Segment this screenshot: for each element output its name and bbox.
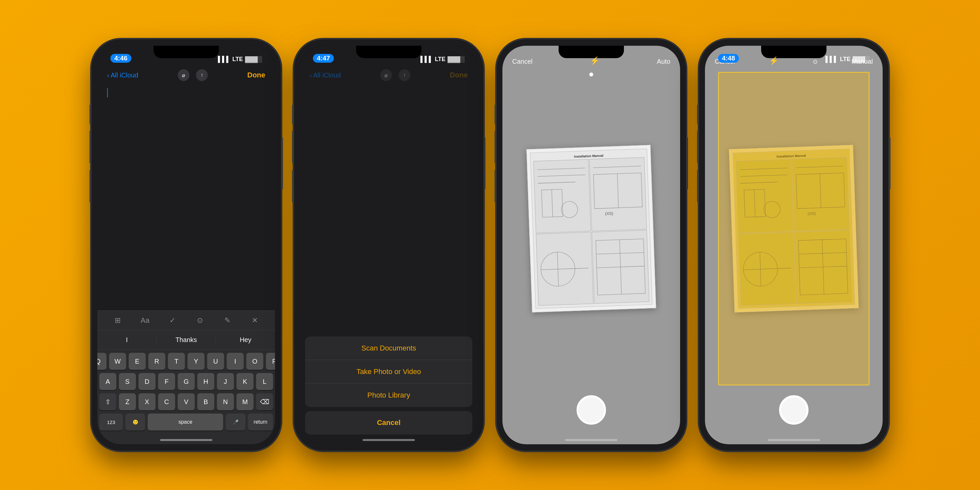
home-indicator-2 — [363, 439, 415, 441]
key-m[interactable]: M — [237, 393, 253, 410]
share-icon-2: ↑ — [399, 69, 410, 81]
pred-word-1[interactable]: I — [97, 336, 157, 344]
svg-line-8 — [617, 174, 619, 208]
svg-line-6 — [593, 166, 641, 167]
action-sheet: Scan Documents Take Photo or Video Photo… — [305, 336, 473, 434]
key-row-2: A S D F G H J K L — [99, 373, 273, 390]
numbers-key[interactable]: 123 — [99, 414, 123, 431]
key-o[interactable]: O — [246, 353, 263, 370]
scanned-doc-3: Installation Manual — [526, 145, 656, 313]
key-x[interactable]: X — [138, 393, 156, 410]
camera-toolbar-icon[interactable]: ⊙ — [193, 314, 207, 327]
key-s[interactable]: S — [119, 373, 136, 390]
key-y[interactable]: Y — [188, 353, 205, 370]
close-toolbar-icon[interactable]: ✕ — [248, 314, 261, 327]
time-4: 4:48 — [718, 54, 739, 63]
signal-icon-4: ▌▌▌ — [826, 56, 838, 63]
delete-key[interactable]: ⌫ — [256, 393, 273, 410]
key-r[interactable]: R — [148, 353, 165, 370]
camera-viewfinder-4: 4:48 ▌▌▌ LTE ▓▓▓░ Cancel ⚡ ⊙ Manual — [705, 46, 883, 444]
network-label-2: LTE — [435, 56, 445, 63]
action-group-main: Scan Documents Take Photo or Video Photo… — [305, 336, 473, 407]
key-d[interactable]: D — [138, 373, 156, 390]
shift-key[interactable]: ⇧ — [99, 393, 116, 410]
key-b[interactable]: B — [197, 393, 214, 410]
phones-container: 4:46 ▌▌▌ LTE ▓▓▓░ ‹ All iCloud ⌀ ↑ — [91, 39, 889, 451]
key-n[interactable]: N — [217, 393, 234, 410]
screen-3: Cancel ⚡ Auto Installation Manual — [503, 46, 680, 444]
iphone-1: 4:46 ▌▌▌ LTE ▓▓▓░ ‹ All iCloud ⌀ ↑ — [91, 39, 281, 451]
key-g[interactable]: G — [178, 373, 195, 390]
key-h[interactable]: H — [197, 373, 214, 390]
key-row-4: 123 🙂 space 🎤 return — [99, 414, 273, 431]
svg-line-11 — [541, 268, 589, 269]
key-v[interactable]: V — [178, 393, 195, 410]
emoji-key[interactable]: 🙂 — [126, 414, 145, 431]
battery-icon-4: ▓▓▓░ — [853, 56, 870, 63]
back-button-1[interactable]: ‹ All iCloud — [107, 72, 138, 79]
scan-documents-button[interactable]: Scan Documents — [305, 336, 473, 360]
key-row-3: ⇧ Z X C V B N M ⌫ — [99, 393, 273, 410]
key-u[interactable]: U — [207, 353, 224, 370]
format-icon[interactable]: Aa — [138, 314, 151, 327]
pred-word-3[interactable]: Hey — [216, 336, 275, 344]
status-bar-1: 4:46 ▌▌▌ LTE ▓▓▓░ — [97, 46, 275, 65]
return-key[interactable]: return — [248, 414, 273, 431]
key-k[interactable]: K — [237, 373, 253, 390]
cancel-button[interactable]: Cancel — [305, 411, 473, 434]
key-p[interactable]: P — [266, 353, 275, 370]
screen-2: 4:47 ▌▌▌ LTE ▓▓▓░ ‹ All iCloud ⌀ ↑ — [300, 46, 477, 444]
svg-line-0 — [538, 168, 585, 170]
camera-cancel-button-3[interactable]: Cancel — [512, 58, 533, 65]
chevron-left-icon-2: ‹ — [310, 72, 312, 79]
camera-manual-content: 4:48 ▌▌▌ LTE ▓▓▓░ Cancel ⚡ ⊙ Manual — [705, 46, 883, 444]
key-t[interactable]: T — [168, 353, 185, 370]
space-key[interactable]: space — [148, 414, 223, 431]
key-e[interactable]: E — [129, 353, 146, 370]
key-l[interactable]: L — [256, 373, 273, 390]
action-sheet-content: 4:47 ▌▌▌ LTE ▓▓▓░ ‹ All iCloud ⌀ ↑ — [300, 46, 477, 444]
nav-icons-1: ⌀ ↑ — [178, 69, 208, 81]
key-c[interactable]: C — [158, 393, 175, 410]
key-i[interactable]: I — [227, 353, 244, 370]
status-icons-4: ▌▌▌ LTE ▓▓▓░ — [826, 56, 870, 63]
signal-icon: ▌▌▌ — [218, 56, 230, 63]
key-w[interactable]: W — [109, 353, 126, 370]
key-q[interactable]: Q — [97, 353, 107, 370]
done-button-1[interactable]: Done — [247, 71, 265, 80]
formatting-toolbar: ⊞ Aa ✓ ⊙ ✎ ✕ — [97, 310, 275, 330]
mic-key[interactable]: 🎤 — [226, 414, 245, 431]
shutter-button-3[interactable] — [577, 395, 606, 425]
table-icon[interactable]: ⊞ — [111, 314, 124, 327]
key-f[interactable]: F — [158, 373, 175, 390]
take-photo-button[interactable]: Take Photo or Video — [305, 360, 473, 383]
key-z[interactable]: Z — [119, 393, 136, 410]
camera-viewfinder-3: Cancel ⚡ Auto Installation Manual — [503, 46, 680, 444]
home-indicator-3 — [565, 439, 617, 441]
shutter-button-4[interactable] — [779, 395, 808, 425]
svg-line-2 — [538, 182, 575, 183]
nav-bar-2: ‹ All iCloud ⌀ ↑ Done — [300, 65, 477, 85]
key-row-1: Q W E R T Y U I O P — [99, 353, 273, 370]
key-a[interactable]: A — [99, 373, 116, 390]
svg-line-1 — [538, 175, 585, 177]
network-label-4: LTE — [840, 56, 851, 63]
live-dot-3 — [589, 73, 593, 76]
sketch-icon[interactable]: ✎ — [221, 314, 234, 327]
pred-word-2[interactable]: Thanks — [157, 336, 216, 344]
flash-icon-3[interactable]: ⚡ — [590, 56, 600, 65]
screen-1: 4:46 ▌▌▌ LTE ▓▓▓░ ‹ All iCloud ⌀ ↑ — [97, 46, 275, 444]
status-bar-2: 4:47 ▌▌▌ LTE ▓▓▓░ — [300, 46, 477, 65]
key-j[interactable]: J — [217, 373, 234, 390]
share-icon[interactable]: ↑ — [196, 69, 208, 81]
text-cursor — [107, 88, 108, 97]
back-button-2: ‹ All iCloud — [310, 72, 341, 79]
status-bar-4: 4:48 ▌▌▌ LTE ▓▓▓░ — [705, 46, 883, 65]
checklist-icon[interactable]: ✓ — [166, 314, 179, 327]
status-icons-1: ▌▌▌ LTE ▓▓▓░ — [218, 56, 262, 63]
time-2: 4:47 — [313, 54, 334, 63]
back-label-1: All iCloud — [111, 72, 138, 79]
headphones-icon[interactable]: ⌀ — [178, 69, 189, 81]
time-1: 4:46 — [110, 54, 131, 63]
photo-library-button[interactable]: Photo Library — [305, 383, 473, 407]
